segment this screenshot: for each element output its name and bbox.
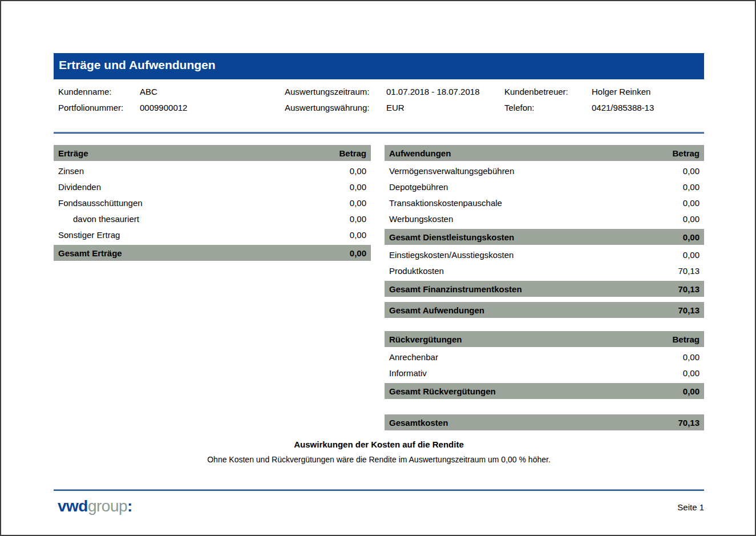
row-value: 70,13 — [678, 266, 700, 276]
row-label: Sonstiger Ertrag — [58, 230, 120, 240]
page-title: Erträge und Aufwendungen — [59, 58, 216, 71]
row-label: Rückvergütungen — [389, 335, 462, 344]
ertraege-table: ErträgeBetragZinsen0,00Dividenden0,00Fon… — [54, 145, 371, 263]
header-separator-line — [54, 132, 704, 134]
row-value: 0,00 — [683, 198, 700, 208]
row-value: 70,13 — [678, 284, 700, 294]
table-row-data: davon thesauriert0,00 — [54, 211, 371, 227]
row-label: Anrechenbar — [389, 352, 438, 362]
table-row-data: Transaktionskostenpauschale0,00 — [385, 195, 704, 211]
footnote-text: Ohne Kosten und Rückvergütungen wäre die… — [54, 455, 704, 464]
auswertungswaehrung-label: Auswertungswährung: — [285, 102, 369, 114]
table-row-data: Produktkosten70,13 — [385, 263, 704, 279]
row-value: 0,00 — [683, 368, 700, 378]
row-label: Produktkosten — [389, 266, 444, 276]
row-value: 0,00 — [683, 166, 700, 176]
row-label: Gesamt Rückvergütungen — [389, 386, 496, 396]
table-row-header: RückvergütungenBetrag — [385, 331, 704, 347]
row-label: Gesamt Dienstleistungskosten — [389, 232, 514, 242]
gesamt-aufwendungen-row: Gesamt Aufwendungen70,13 — [385, 300, 704, 320]
row-value: 0,00 — [683, 214, 700, 224]
row-label: Aufwendungen — [389, 148, 451, 158]
row-value: 0,00 — [350, 214, 366, 224]
row-value: 0,00 — [683, 386, 700, 396]
table-row-data: Einstiegskosten/Ausstiegskosten0,00 — [385, 247, 704, 263]
row-label: Gesamtkosten — [389, 418, 448, 428]
table-row-data: Fondsausschüttungen0,00 — [54, 195, 371, 211]
row-value: 0,00 — [350, 248, 366, 258]
row-value: 0,00 — [350, 166, 366, 176]
table-row-data: Informativ0,00 — [385, 365, 704, 381]
auswertungszeitraum-value: 01.07.2018 - 18.07.2018 — [386, 86, 479, 98]
row-label: Fondsausschüttungen — [58, 198, 143, 208]
table-row-data: Depotgebühren0,00 — [385, 179, 704, 195]
row-label: Transaktionskostenpauschale — [389, 198, 502, 208]
table-row-total: Gesamt Erträge0,00 — [54, 245, 371, 261]
row-label: Gesamt Finanzinstrumentkosten — [389, 284, 522, 294]
row-label: davon thesauriert — [58, 214, 139, 224]
row-value: 0,00 — [350, 230, 366, 240]
row-value: 70,13 — [678, 305, 700, 315]
row-value: 0,00 — [350, 198, 366, 208]
footer-separator-line — [54, 489, 704, 491]
table-row-data: Vermögensverwaltungsgebühren0,00 — [385, 163, 704, 179]
gesamtkosten-row: Gesamtkosten70,13 — [385, 412, 704, 432]
auswertungszeitraum-label: Auswertungszeitraum: — [285, 86, 369, 98]
row-label: Informativ — [389, 368, 427, 378]
table-row-data: Werbungskosten0,00 — [385, 211, 704, 227]
table-row-data: Zinsen0,00 — [54, 163, 371, 179]
table-row-total: Gesamt Dienstleistungskosten0,00 — [385, 229, 704, 245]
row-value: Betrag — [672, 148, 700, 158]
kundenname-value: ABC — [140, 86, 157, 98]
kundenbetreuer-value: Holger Reinken — [592, 86, 650, 98]
portfolionummer-label: Portfolionummer: — [58, 102, 123, 114]
row-label: Gesamt Erträge — [58, 248, 122, 258]
kundenname-label: Kundenname: — [58, 86, 111, 98]
row-label: Werbungskosten — [389, 214, 453, 224]
row-value: 0,00 — [683, 182, 700, 192]
table-row-header: ErträgeBetrag — [54, 145, 371, 161]
table-row-data: Sonstiger Ertrag0,00 — [54, 227, 371, 243]
row-value: Betrag — [672, 335, 700, 344]
row-label: Zinsen — [58, 166, 84, 176]
row-value: 0,00 — [683, 232, 700, 242]
page-number: Seite 1 — [54, 502, 704, 512]
table-row-total: Gesamt Aufwendungen70,13 — [385, 302, 704, 318]
row-value: 0,00 — [683, 250, 700, 260]
row-label: Vermögensverwaltungsgebühren — [389, 166, 514, 176]
row-value: Betrag — [339, 148, 366, 158]
rueckverguetungen-table: RückvergütungenBetragAnrechenbar0,00Info… — [385, 331, 704, 401]
portfolionummer-value: 0009900012 — [140, 102, 187, 114]
row-value: 70,13 — [678, 418, 700, 428]
telefon-label: Telefon: — [504, 102, 535, 114]
row-label: Depotgebühren — [389, 182, 448, 192]
row-label: Erträge — [58, 148, 88, 158]
row-label: Gesamt Aufwendungen — [389, 305, 484, 315]
row-label: Einstiegskosten/Ausstiegskosten — [389, 250, 514, 260]
row-label: Dividenden — [58, 182, 101, 192]
table-row-data: Dividenden0,00 — [54, 179, 371, 195]
table-row-total: Gesamt Finanzinstrumentkosten70,13 — [385, 281, 704, 297]
row-value: 0,00 — [350, 182, 366, 192]
table-row-header: AufwendungenBetrag — [385, 145, 704, 161]
report-title-bar: Erträge und Aufwendungen — [54, 53, 704, 79]
row-value: 0,00 — [683, 352, 700, 362]
auswertungswaehrung-value: EUR — [386, 102, 405, 114]
footnote-title: Auswirkungen der Kosten auf die Rendite — [54, 440, 704, 449]
report-page: { "page": { "title": "Erträge und Aufwen… — [0, 0, 756, 536]
table-row-total: Gesamt Rückvergütungen0,00 — [385, 383, 704, 399]
aufwendungen-table: AufwendungenBetragVermögensverwaltungsge… — [385, 145, 704, 299]
table-row-data: Anrechenbar0,00 — [385, 349, 704, 365]
kundenbetreuer-label: Kundenbetreuer: — [504, 86, 568, 98]
telefon-value: 0421/985388-13 — [592, 102, 654, 114]
table-row-total: Gesamtkosten70,13 — [385, 414, 704, 430]
